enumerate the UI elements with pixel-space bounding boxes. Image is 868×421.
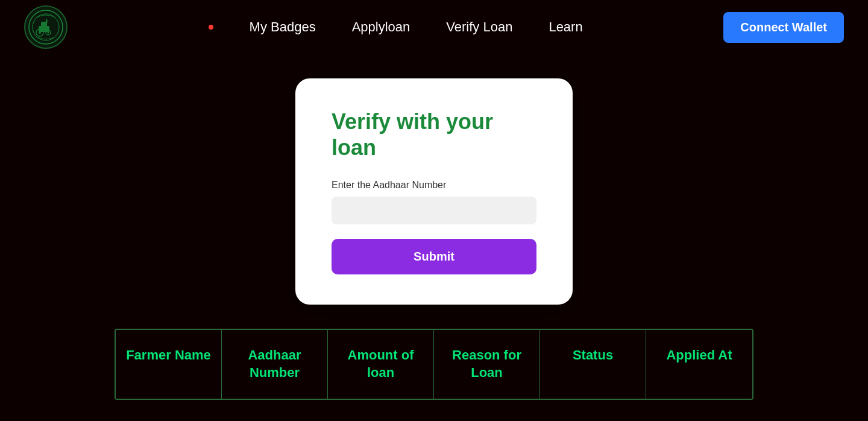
nav-indicator-dot	[209, 25, 213, 30]
nav-verify-loan[interactable]: Verify Loan	[446, 19, 512, 35]
card-title: Verify with your loan	[332, 109, 536, 160]
nav-my-badges[interactable]: My Badges	[250, 19, 316, 35]
col-amount-of-loan: Amount of loan	[328, 330, 434, 398]
aadhaar-input-label: Enter the Aadhaar Number	[332, 180, 536, 191]
table-header: Farmer Name Aadhaar Number Amount of loa…	[116, 330, 752, 398]
verify-loan-card: Verify with your loan Enter the Aadhaar …	[295, 78, 573, 305]
svg-rect-8	[46, 19, 48, 24]
nav-apply-loan[interactable]: Applyloan	[352, 19, 410, 35]
col-applied-at: Applied At	[646, 330, 752, 398]
main-content: Verify with your loan Enter the Aadhaar …	[0, 54, 868, 400]
loan-table: Farmer Name Aadhaar Number Amount of loa…	[115, 329, 753, 399]
aadhaar-number-input[interactable]	[332, 197, 536, 224]
col-aadhaar-number: Aadhaar Number	[222, 330, 328, 398]
navbar-center: My Badges Applyloan Verify Loan Learn	[209, 19, 583, 35]
svg-point-5	[39, 31, 41, 34]
navbar-left	[24, 5, 68, 49]
navbar: My Badges Applyloan Verify Loan Learn Co…	[0, 0, 868, 54]
col-status: Status	[540, 330, 646, 398]
nav-learn[interactable]: Learn	[549, 19, 582, 35]
svg-point-7	[48, 32, 49, 34]
col-reason-for-loan: Reason for Loan	[434, 330, 540, 398]
logo	[24, 5, 68, 49]
submit-button[interactable]: Submit	[332, 239, 536, 274]
connect-wallet-button[interactable]: Connect Wallet	[723, 12, 844, 43]
col-farmer-name: Farmer Name	[116, 330, 222, 398]
